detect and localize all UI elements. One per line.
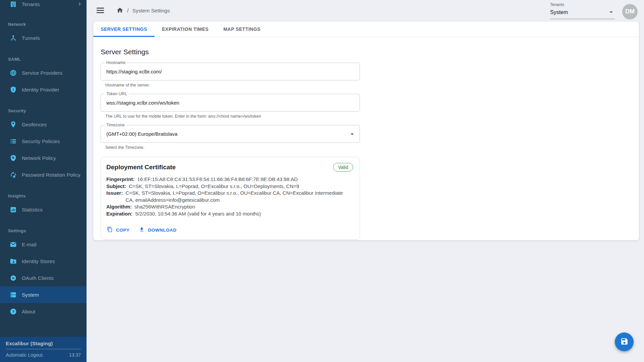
sidebar-item-label: About	[22, 309, 35, 314]
tenant-select-value: System	[550, 9, 568, 15]
sidebar-item-security-policies[interactable]: Security Policies	[0, 133, 87, 149]
hamburger-icon	[97, 8, 104, 14]
hostname-input[interactable]: Hostname https://staging.xclbr.com/	[101, 63, 360, 80]
certificate-status-badge: Valid	[333, 163, 353, 172]
sidebar-item-label: OAuth Clients	[22, 275, 54, 281]
deployment-certificate-card: Deployment Certificate Valid Fingerprint…	[101, 157, 360, 240]
download-button[interactable]: DOWNLOAD	[139, 227, 176, 233]
save-icon	[620, 337, 629, 347]
hostname-field-label: Hostname	[105, 60, 127, 66]
hostname-helper-text: Hostname of the server.	[105, 83, 632, 88]
token-url-helper-text: The URL to use for the mobile token. Ent…	[105, 114, 632, 119]
sidebar-item-label: Service Providers	[22, 70, 62, 76]
download-icon	[139, 227, 145, 233]
sidebar-item-label: Password Rotation Policy	[22, 172, 80, 178]
token-icon	[10, 275, 17, 282]
certificate-fingerprint-row: Fingerprint: 16:EF:15:A8:C8:C4:31:53:F8:…	[106, 176, 354, 183]
sidebar-item-network-policy[interactable]: Network Policy	[0, 149, 87, 166]
home-icon	[116, 7, 123, 15]
sidebar-section-saml: SAML	[0, 54, 87, 64]
token-url-input[interactable]: Token URL wss://staging.xclbr.com/ws/tok…	[101, 94, 360, 112]
timezone-field-label: Timezone	[105, 122, 126, 128]
tenant-select-label: Tenants	[550, 2, 615, 7]
map-pin-plus-icon	[10, 121, 17, 128]
hostname-field-value: https://staging.xclbr.com/	[101, 63, 360, 80]
sidebar-section-security: Security	[0, 106, 87, 116]
sidebar-item-label: Geofences	[22, 122, 47, 127]
globe-icon	[10, 69, 17, 76]
tab-expiration-times[interactable]: EXPIRATION TIMES	[155, 21, 216, 37]
breadcrumb-current: System Settings	[132, 8, 170, 14]
sidebar-item-identity-stores[interactable]: Identity Stores	[0, 253, 87, 269]
topbar: / System Settings Tenants System DM	[87, 0, 644, 21]
svg-text:?: ?	[12, 309, 14, 314]
copy-icon	[107, 227, 113, 233]
sidebar: Tenants Network Tunnels SAML Service Pro…	[0, 0, 87, 362]
timezone-helper-text: Select the Timezone.	[105, 145, 632, 150]
chevron-right-icon	[77, 2, 82, 6]
avatar[interactable]: DM	[622, 4, 638, 19]
menu-toggle-button[interactable]	[97, 8, 104, 14]
sidebar-item-identity-provider[interactable]: Identity Provider	[0, 81, 87, 98]
settings-card: SERVER SETTINGS EXPIRATION TIMES MAP SET…	[93, 21, 639, 240]
timezone-field-group: Timezone (GMT+02:00) Europe/Bratislava S…	[101, 125, 632, 150]
shield-info-icon	[10, 86, 17, 93]
sidebar-item-geofences[interactable]: Geofences	[0, 116, 87, 133]
sidebar-nav: Tenants Network Tunnels SAML Service Pro…	[0, 0, 87, 337]
tenant-select[interactable]: Tenants System	[550, 2, 615, 19]
sidebar-item-label: Identity Stores	[22, 258, 55, 264]
sidebar-item-service-providers[interactable]: Service Providers	[0, 64, 87, 81]
avatar-initials: DM	[625, 8, 635, 15]
tab-map-settings[interactable]: MAP SETTINGS	[216, 21, 268, 37]
rotate-lock-icon	[10, 171, 17, 178]
sidebar-item-label: Tenants	[22, 1, 40, 7]
chevron-down-icon	[351, 133, 354, 135]
buildings-icon	[10, 1, 17, 8]
help-icon: ?	[10, 308, 17, 315]
sidebar-item-about[interactable]: ? About	[0, 303, 87, 320]
sidebar-item-label: Tunnels	[22, 35, 40, 41]
sidebar-item-tunnels[interactable]: Tunnels	[0, 29, 87, 46]
sidebar-section-insights: Insights	[0, 191, 87, 201]
sidebar-item-label: Statistics	[22, 207, 43, 213]
shield-search-icon	[10, 155, 17, 162]
tab-server-settings[interactable]: SERVER SETTINGS	[93, 21, 155, 37]
sidebar-item-system[interactable]: System	[0, 286, 87, 303]
sidebar-item-oauth-clients[interactable]: OAuth Clients	[0, 269, 87, 286]
tab-bar: SERVER SETTINGS EXPIRATION TIMES MAP SET…	[93, 21, 639, 37]
folder-user-icon	[10, 258, 17, 265]
certificate-title: Deployment Certificate	[106, 164, 176, 171]
chevron-down-icon	[609, 11, 613, 13]
page-title: Server Settings	[101, 48, 632, 56]
timezone-field-value: (GMT+02:00) Europe/Bratislava	[101, 125, 360, 142]
footer-divider	[6, 349, 81, 349]
sidebar-item-password-rotation-policy[interactable]: Password Rotation Policy	[0, 166, 87, 183]
breadcrumb-home-button[interactable]	[116, 7, 123, 15]
breadcrumb-separator: /	[127, 8, 128, 14]
token-url-field-group: Token URL wss://staging.xclbr.com/ws/tok…	[101, 94, 632, 119]
certificate-issuer-row: Issuer: C=SK, ST=Slovakia, L=Poprad, O=E…	[106, 190, 354, 203]
token-url-field-value: wss://staging.xclbr.com/ws/token	[101, 94, 360, 111]
envelope-icon	[10, 241, 17, 248]
sidebar-item-label: Identity Provider	[22, 87, 59, 93]
bar-chart-icon	[10, 206, 17, 213]
sidebar-item-label: System	[22, 292, 39, 298]
automatic-logout-timer: 13:37	[69, 352, 81, 358]
sidebar-footer: Excalibur (Staging) Automatic Logout: 13…	[0, 337, 87, 362]
main-content: / System Settings Tenants System DM SERV…	[87, 0, 644, 362]
sidebar-item-label: Network Policy	[22, 155, 56, 161]
sidebar-section-settings: Settings	[0, 226, 87, 236]
list-icon	[10, 138, 17, 145]
sidebar-item-label: E-mail	[22, 242, 37, 247]
copy-button[interactable]: COPY	[107, 227, 129, 233]
timezone-select[interactable]: Timezone (GMT+02:00) Europe/Bratislava	[101, 125, 360, 143]
sidebar-item-email[interactable]: E-mail	[0, 236, 87, 253]
sidebar-item-label: Security Policies	[22, 138, 60, 144]
deployment-name: Excalibur (Staging)	[6, 341, 81, 346]
sidebar-item-tenants[interactable]: Tenants	[0, 0, 87, 11]
save-fab-button[interactable]	[615, 333, 634, 351]
sidebar-section-network: Network	[0, 19, 87, 29]
token-url-field-label: Token URL	[105, 91, 129, 97]
sidebar-item-statistics[interactable]: Statistics	[0, 201, 87, 218]
certificate-subject-row: Subject: C=SK, ST=Slovakia, L=Poprad, O=…	[106, 183, 354, 190]
